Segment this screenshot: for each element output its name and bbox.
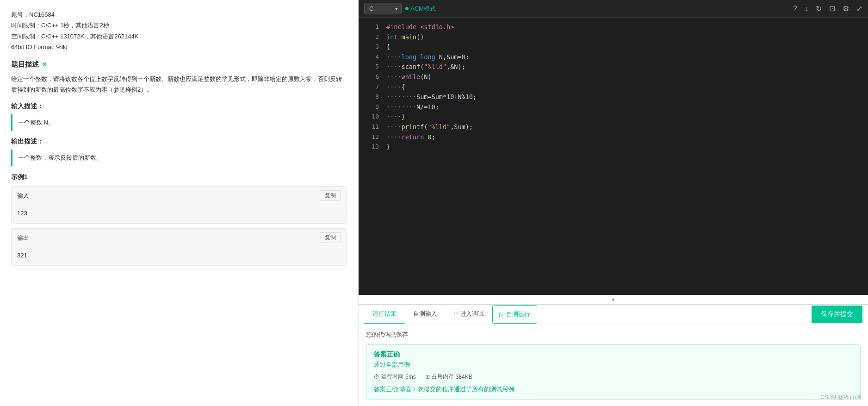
section-title: 题目描述 ✕ bbox=[11, 60, 347, 69]
self-run-button[interactable]: ▷ 自测运行 bbox=[492, 305, 537, 324]
output-label: 输出 bbox=[17, 234, 29, 242]
time-limit: 时间限制：C/C++ 1秒，其他语言2秒 bbox=[11, 20, 347, 31]
input-desc: 一个整数 N。 bbox=[11, 114, 347, 131]
self-run-label: 自测运行 bbox=[506, 310, 530, 319]
run-time-label: 运行时间 bbox=[381, 373, 403, 381]
code-line-5: 5 ····scanf("%lld",&N); bbox=[359, 62, 868, 72]
run-time-value: 5ms bbox=[405, 374, 416, 380]
result-pass: 通过全部用例 bbox=[374, 361, 853, 369]
watermark: CSDN @Pluto周 bbox=[820, 394, 862, 401]
language-select[interactable]: C C++ Java Python bbox=[364, 3, 402, 14]
problem-description: 给定一个整数，请将该数各个位上数字反转得到一个新数。新数也应满足整数的常见形式，… bbox=[11, 74, 347, 95]
io-format: 64bit IO Format: %lld bbox=[11, 42, 347, 52]
collapse-handle[interactable]: ▾ bbox=[359, 295, 868, 305]
input-value: 123 bbox=[12, 205, 347, 223]
output-box-header: 输出 复制 bbox=[12, 229, 347, 247]
bottom-content: 您的代码已保存 答案正确 通过全部用例 ⏱ 运行时间 5ms ⊞ 占用内存 38… bbox=[359, 324, 868, 406]
result-meta: ⏱ 运行时间 5ms ⊞ 占用内存 384KB bbox=[374, 373, 853, 381]
memory-label: 占用内存 bbox=[432, 373, 454, 381]
acm-dot bbox=[405, 7, 409, 10]
code-line-3: 3 { bbox=[359, 42, 868, 52]
refresh-icon[interactable]: ↻ bbox=[816, 4, 822, 13]
download-icon[interactable]: ↓ bbox=[805, 5, 808, 13]
settings-icon[interactable]: ⚙ bbox=[843, 4, 849, 13]
output-desc-title: 输出描述： bbox=[11, 137, 347, 146]
editor-toolbar: C C++ Java Python ACM模式 ? ↓ ↻ ⊡ ⚙ ⤢ bbox=[359, 0, 868, 18]
code-line-7: 7 ····{ bbox=[359, 82, 868, 93]
example-title: 示例1 bbox=[11, 173, 347, 181]
left-panel: 题号：NC16584 时间限制：C/C++ 1秒，其他语言2秒 空间限制：C/C… bbox=[0, 0, 359, 406]
clock-icon: ⏱ bbox=[374, 374, 379, 380]
code-line-11: 11 ····printf("%lld",Sum); bbox=[359, 122, 868, 132]
code-line-4: 4 ····long long N,Sum=0; bbox=[359, 52, 868, 62]
edit-icon[interactable]: ✕ bbox=[42, 61, 47, 68]
tab-debug[interactable]: ⟳进入调试 bbox=[446, 305, 492, 324]
saved-message: 您的代码已保存 bbox=[366, 331, 861, 339]
code-line-12: 12 ····return 0; bbox=[359, 132, 868, 143]
section-title-text: 题目描述 bbox=[11, 60, 39, 69]
code-line-6: 6 ····while(N) bbox=[359, 72, 868, 82]
code-editor[interactable]: 1 #include <stdio.h> 2 int main() 3 { 4 … bbox=[359, 18, 868, 295]
code-line-1: 1 #include <stdio.h> bbox=[359, 22, 868, 32]
lang-select-wrap: C C++ Java Python ACM模式 bbox=[364, 3, 436, 14]
problem-id: 题号：NC16584 bbox=[11, 9, 347, 20]
result-title: 答案正确 bbox=[374, 350, 853, 359]
right-panel: C C++ Java Python ACM模式 ? ↓ ↻ ⊡ ⚙ ⤢ 1 #i bbox=[359, 0, 868, 406]
input-box-header: 输入 复制 bbox=[12, 187, 347, 205]
collapse-chevron: ▾ bbox=[612, 296, 615, 303]
save-submit-button[interactable]: 保存并提交 bbox=[812, 306, 862, 323]
split-icon[interactable]: ⊡ bbox=[829, 4, 835, 13]
input-label: 输入 bbox=[17, 192, 29, 200]
bottom-panel: 运行结果 自测输入 ⟳进入调试 ▷ 自测运行 保存并提交 您的代码已保存 答案正… bbox=[359, 305, 868, 406]
bottom-tabs: 运行结果 自测输入 ⟳进入调试 ▷ 自测运行 保存并提交 bbox=[359, 305, 868, 324]
language-selector-container[interactable]: C C++ Java Python bbox=[364, 3, 402, 14]
code-line-9: 9 ········N/=10; bbox=[359, 102, 868, 112]
output-desc: 一个整数，表示反转后的新数。 bbox=[11, 150, 347, 166]
play-icon: ▷ bbox=[499, 311, 503, 318]
code-line-8: 8 ········Sum=Sum*10+N%10; bbox=[359, 92, 868, 102]
memory-meta: ⊞ 占用内存 384KB bbox=[425, 373, 472, 381]
run-time-meta: ⏱ 运行时间 5ms bbox=[374, 373, 416, 381]
problem-meta: 题号：NC16584 时间限制：C/C++ 1秒，其他语言2秒 空间限制：C/C… bbox=[11, 9, 347, 53]
input-box: 输入 复制 123 bbox=[11, 186, 347, 224]
expand-icon[interactable]: ⤢ bbox=[856, 4, 862, 13]
memory-icon: ⊞ bbox=[425, 374, 430, 380]
code-line-13: 13 } bbox=[359, 142, 868, 152]
toolbar-icons: ? ↓ ↻ ⊡ ⚙ ⤢ bbox=[793, 4, 862, 13]
input-desc-title: 输入描述： bbox=[11, 102, 347, 111]
result-box: 答案正确 通过全部用例 ⏱ 运行时间 5ms ⊞ 占用内存 384KB 答案正确… bbox=[366, 344, 861, 400]
tab-run-result[interactable]: 运行结果 bbox=[364, 305, 405, 324]
result-congrats: 答案正确:恭喜！您提交的程序通过了所有的测试用例 bbox=[374, 385, 853, 394]
code-line-10: 10 ····} bbox=[359, 112, 868, 122]
code-line-2: 2 int main() bbox=[359, 32, 868, 43]
tab-self-test-input[interactable]: 自测输入 bbox=[405, 305, 446, 324]
copy-output-button[interactable]: 复制 bbox=[320, 232, 341, 243]
acm-mode-label: ACM模式 bbox=[410, 5, 436, 13]
output-value: 321 bbox=[12, 247, 347, 265]
memory-value: 384KB bbox=[456, 374, 472, 380]
tabs-left: 运行结果 自测输入 ⟳进入调试 ▷ 自测运行 bbox=[364, 305, 537, 324]
space-limit: 空间限制：C/C++ 131072K，其他语言262144K bbox=[11, 31, 347, 42]
acm-mode-indicator: ACM模式 bbox=[405, 5, 436, 13]
help-icon[interactable]: ? bbox=[793, 5, 797, 13]
output-box: 输出 复制 321 bbox=[11, 228, 347, 266]
copy-input-button[interactable]: 复制 bbox=[320, 190, 341, 201]
